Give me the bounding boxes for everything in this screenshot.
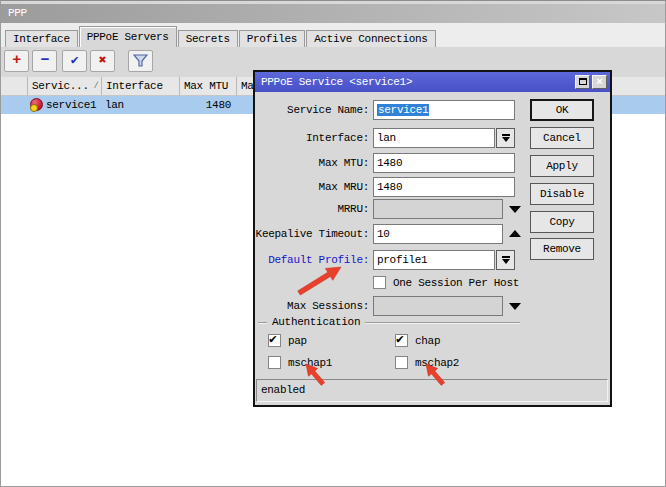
tab-profiles[interactable]: Profiles <box>239 30 305 47</box>
maximize-button[interactable] <box>575 75 590 89</box>
row-service-name: service1 <box>46 96 96 114</box>
tab-secrets[interactable]: Secrets <box>178 30 238 47</box>
add-button[interactable]: + <box>4 50 29 72</box>
tab-bar: Interface PPPoE Servers Secrets Profiles… <box>1 23 665 47</box>
status-text: enabled <box>261 384 305 396</box>
sort-indicator-icon: ∕ <box>93 77 99 95</box>
default-profile-label: Default Profile: <box>255 250 369 270</box>
funnel-icon <box>133 54 148 68</box>
max-sessions-expand-icon[interactable] <box>509 303 521 310</box>
one-session-per-host-checkbox[interactable] <box>373 276 386 289</box>
window-title: PPP <box>8 7 27 19</box>
service-name-value: service1 <box>377 104 429 116</box>
tab-active-connections[interactable]: Active Connections <box>306 30 435 47</box>
column-service[interactable]: Servic... ∕ <box>28 77 102 95</box>
enable-button[interactable]: ✔ <box>62 50 87 72</box>
disable-button[interactable]: ✖ <box>90 50 115 72</box>
tab-pppoe-servers[interactable]: PPPoE Servers <box>79 26 177 47</box>
keepalive-collapse-icon[interactable] <box>509 230 521 237</box>
interface-label: Interface: <box>255 128 369 148</box>
dialog-title: PPPoE Service <service1> <box>261 76 412 88</box>
dialog-status-bar: enabled <box>256 379 608 402</box>
ppp-window: { "window": { "title": "PPP", "tabs": [ … <box>0 0 666 487</box>
tab-interface[interactable]: Interface <box>5 30 78 47</box>
window-titlebar[interactable]: PPP <box>1 4 665 23</box>
column-service-label: Servic... <box>32 80 89 92</box>
checkbox-mark: ✔ <box>269 331 277 347</box>
one-session-per-host-label: One Session Per Host <box>393 276 519 290</box>
mrru-input <box>373 199 503 219</box>
max-mru-input[interactable]: 1480 <box>373 177 515 197</box>
max-sessions-input <box>373 296 503 316</box>
max-mtu-label: Max MTU: <box>255 153 369 173</box>
maximize-icon <box>579 78 587 85</box>
interface-input[interactable]: lan <box>373 128 495 148</box>
close-button[interactable]: × <box>592 75 607 89</box>
cross-icon: ✖ <box>91 51 114 71</box>
default-profile-input[interactable]: profile1 <box>373 250 495 270</box>
row-interface: lan <box>105 96 124 114</box>
plus-icon: + <box>5 51 28 71</box>
row-max-mtu: 1480 <box>180 96 231 114</box>
legend-line <box>365 322 520 323</box>
default-profile-dropdown-button[interactable] <box>496 250 515 270</box>
pppoe-service-dialog: PPPoE Service <service1> × Service Name:… <box>253 70 612 407</box>
cancel-button[interactable]: Cancel <box>530 127 594 149</box>
pap-checkbox[interactable]: ✔ <box>268 334 281 347</box>
minus-icon: − <box>33 51 56 71</box>
column-interface[interactable]: Interface <box>102 77 180 95</box>
max-mtu-input[interactable]: 1480 <box>373 153 515 173</box>
mschap1-label: mschap1 <box>288 356 332 370</box>
dialog-titlebar[interactable]: PPPoE Service <service1> × <box>255 72 610 92</box>
mrru-expand-icon[interactable] <box>509 206 521 213</box>
max-mru-label: Max MRU: <box>255 177 369 197</box>
legend-line <box>258 322 267 323</box>
filter-button[interactable] <box>128 50 153 72</box>
column-flags[interactable] <box>1 77 28 95</box>
column-max-mtu[interactable]: Max MTU <box>180 77 237 95</box>
chap-checkbox[interactable]: ✔ <box>395 334 408 347</box>
keepalive-timeout-input[interactable]: 10 <box>373 224 503 244</box>
disable-button[interactable]: Disable <box>530 183 594 205</box>
ok-button[interactable]: OK <box>530 99 594 121</box>
check-icon: ✔ <box>63 51 86 71</box>
pap-label: pap <box>288 334 307 348</box>
max-sessions-label: Max Sessions: <box>255 296 369 316</box>
remove-button[interactable]: Remove <box>530 238 594 260</box>
service-name-input[interactable]: service1 <box>373 100 515 120</box>
checkbox-mark: ✔ <box>396 331 404 347</box>
mschap1-checkbox[interactable] <box>268 356 281 369</box>
authentication-group-legend: Authentication <box>258 316 520 328</box>
dropdown-icon <box>497 134 514 142</box>
chap-label: chap <box>415 334 440 348</box>
copy-button[interactable]: Copy <box>530 211 594 233</box>
apply-button[interactable]: Apply <box>530 155 594 177</box>
pppoe-service-icon <box>30 98 43 111</box>
remove-button[interactable]: − <box>32 50 57 72</box>
keepalive-timeout-label: Keepalive Timeout: <box>255 224 369 244</box>
service-name-label: Service Name: <box>255 100 369 120</box>
interface-dropdown-button[interactable] <box>496 128 515 148</box>
authentication-legend-text: Authentication <box>272 316 360 328</box>
dropdown-icon <box>497 256 514 264</box>
mschap2-label: mschap2 <box>415 356 459 370</box>
mschap2-checkbox[interactable] <box>395 356 408 369</box>
mrru-label: MRRU: <box>255 199 369 219</box>
